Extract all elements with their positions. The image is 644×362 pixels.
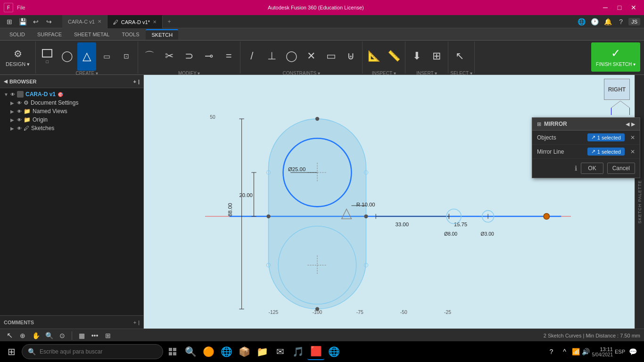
browser-item-named-views[interactable]: ▶ 👁 📁 Named Views (0, 107, 143, 115)
taskbar-app-music[interactable]: 🎵 (289, 343, 306, 360)
browser-item-origin[interactable]: ▶ 👁 📁 Origin (0, 115, 143, 124)
taskbar-chevron[interactable]: ^ (559, 346, 570, 357)
create-rect2-btn[interactable]: ▭ (97, 42, 116, 71)
constraint-x-btn[interactable]: ✕ (302, 42, 321, 71)
svg-line-48 (620, 101, 630, 108)
modify-fillet-btn[interactable]: ⌒ (140, 42, 159, 71)
browser-named-views-label: Named Views (33, 108, 67, 115)
finish-sketch-btn[interactable]: ✓ FINISH SKETCH ▾ (591, 42, 640, 72)
tool-grid2-btn[interactable]: ⊞ (102, 330, 114, 341)
inspect-measure-btn[interactable]: 📐 (364, 42, 383, 71)
tab-cara-c[interactable]: CARA-C v1 ✕ (62, 15, 107, 28)
ribbon-tab-solid[interactable]: SOLID (4, 30, 31, 39)
constraint-line-btn[interactable]: / (242, 42, 261, 71)
tool-orbit-btn[interactable]: ⊙ (57, 330, 68, 341)
inspect-section: 📐 📏 INSPECT ▾ (363, 41, 405, 74)
taskbar-app-search[interactable]: 🔍 (182, 343, 199, 360)
maximize-btn[interactable]: □ (613, 3, 626, 12)
insert-ruler2-btn[interactable]: ⊞ (427, 42, 446, 71)
tab-cara-d[interactable]: 🖊 CARA-D v1* ✕ (107, 15, 163, 28)
ribbon-tab-sheet-metal[interactable]: SHEET METAL (68, 30, 115, 39)
svg-point-38 (266, 214, 270, 218)
select-btn[interactable]: ↖ (450, 42, 469, 71)
tool-cursor-btn[interactable]: ↖ (4, 330, 15, 341)
mirror-objects-clear[interactable]: ✕ (630, 134, 635, 141)
constraint-box-btn[interactable]: ▭ (322, 42, 340, 71)
sketch-palette-strip[interactable]: SKETCH PALETTE (635, 75, 644, 329)
create-point-btn[interactable]: ⊡ (117, 42, 136, 71)
create-circle-btn[interactable]: ◯ (58, 42, 76, 71)
tab-cara-c-close[interactable]: ✕ (98, 19, 101, 24)
toolbar-undo-icon[interactable]: ↩ (30, 16, 41, 27)
modify-equals-btn[interactable]: = (219, 42, 238, 71)
mirror-cancel-btn[interactable]: Cancel (607, 163, 635, 174)
constraint-sym-btn[interactable]: ⊎ (341, 42, 360, 71)
create-rect-btn[interactable]: □ (38, 42, 57, 71)
online-icon[interactable]: 🌐 (576, 16, 587, 27)
menu-file[interactable]: File (17, 5, 25, 10)
taskbar-app-fusion[interactable]: 🟥 (307, 343, 324, 360)
taskbar-notification-btn[interactable]: 💬 (627, 346, 638, 357)
create-line-btn[interactable]: △ (77, 42, 96, 71)
taskbar-right: ? ^ 📶 🔊 13:11 5/04/2021 ESP 💬 (545, 346, 642, 357)
ribbon-tab-tools[interactable]: TOOLS (116, 30, 145, 39)
start-btn[interactable]: ⊞ (2, 343, 21, 360)
browser-menu-btn[interactable]: | (138, 79, 140, 84)
mirror-collapse-btn[interactable]: ◀ (626, 121, 629, 127)
taskbar-search[interactable]: 🔍 Escribe aquí para buscar (22, 344, 163, 359)
ribbon-tab-sketch[interactable]: SKETCH (146, 29, 178, 40)
canvas-area[interactable]: Ø25.00 R 10.00 20.00 88.00 33.00 (144, 75, 644, 329)
tool-pan-btn[interactable]: ✋ (30, 330, 41, 341)
mirror-objects-badge[interactable]: ↗ 1 selected (587, 133, 625, 141)
tool-snap-btn[interactable]: ⊕ (17, 330, 28, 341)
new-tab-btn[interactable]: + (163, 15, 176, 28)
taskbar-app-mail[interactable]: ✉ (272, 343, 289, 360)
toolbar-redo-icon[interactable]: ↪ (43, 16, 55, 27)
taskbar-app-office[interactable]: 🟠 (200, 343, 217, 360)
design-dropdown[interactable]: ⚙ DESIGN ▾ (0, 41, 36, 74)
comments-menu-btn[interactable]: | (138, 320, 140, 325)
insert-btn[interactable]: ⬇ (407, 42, 426, 71)
constraint-perp-btn[interactable]: ⊥ (262, 42, 281, 71)
taskbar-help-btn[interactable]: ? (545, 346, 557, 357)
modify-break-btn[interactable]: ⊸ (199, 42, 218, 71)
browser-add-btn[interactable]: + (133, 79, 136, 84)
tool-zoom-btn[interactable]: 🔍 (43, 330, 55, 341)
user-badge[interactable]: JS (628, 18, 640, 25)
taskbar-app-explorer[interactable]: 📁 (254, 343, 271, 360)
modify-section: ⌒ ✂ ⊃ ⊸ = MODIFY ▾ (138, 41, 240, 74)
notify-icon[interactable]: 🔔 (602, 16, 613, 27)
tool-snapping-btn[interactable]: ••• (89, 330, 100, 341)
svg-rect-56 (173, 352, 176, 355)
browser-item-sketches[interactable]: ▶ 👁 🖊 Sketches (0, 124, 143, 132)
constraint-circle2-btn[interactable]: ◯ (282, 42, 301, 71)
view-cube[interactable]: RIGHT (604, 79, 630, 115)
browser-item-root-label: CARA-D v1 (25, 91, 56, 98)
view-cube-label: RIGHT (608, 86, 626, 93)
taskbar-app-chrome[interactable]: 🌐 (325, 343, 342, 360)
browser-item-doc-settings[interactable]: ▶ 👁 ⚙ Document Settings (0, 99, 143, 107)
mirror-header: ⊞ MIRROR ◀ ▶ (532, 118, 640, 131)
mirror-expand-btn[interactable]: ▶ (631, 121, 635, 127)
close-btn[interactable]: ✕ (627, 3, 640, 12)
modify-extend-btn[interactable]: ⊃ (180, 42, 198, 71)
taskbar-app-edge[interactable]: 🌐 (218, 343, 235, 360)
ribbon-tab-surface[interactable]: SURFACE (32, 30, 67, 39)
modify-trim-btn[interactable]: ✂ (160, 42, 179, 71)
toolbar-save-icon[interactable]: 💾 (17, 16, 28, 27)
mirror-ok-btn[interactable]: OK (581, 163, 603, 174)
mirror-line-clear[interactable]: ✕ (630, 148, 635, 155)
help-icon[interactable]: ? (615, 16, 627, 27)
minimize-btn[interactable]: ─ (599, 3, 612, 12)
tool-grid-btn[interactable]: ▦ (76, 330, 87, 341)
taskbar-app-dropbox[interactable]: 📦 (236, 343, 253, 360)
clock-icon[interactable]: 🕐 (589, 16, 600, 27)
browser-item-root[interactable]: ▼ 👁 CARA-D v1 🎯 (0, 90, 143, 99)
toolbar-grid-icon[interactable]: ⊞ (4, 16, 15, 27)
tab-cara-d-close[interactable]: ✕ (153, 19, 157, 25)
task-view-btn[interactable] (164, 343, 181, 360)
top-toolbar: ⊞ 💾 ↩ ↪ CARA-C v1 ✕ 🖊 CARA-D v1* ✕ + 🌐 🕐… (0, 15, 644, 28)
mirror-line-badge[interactable]: ↗ 1 selected (587, 148, 625, 156)
comments-add-btn[interactable]: + (133, 320, 136, 325)
inspect-ruler-btn[interactable]: 📏 (384, 42, 403, 71)
